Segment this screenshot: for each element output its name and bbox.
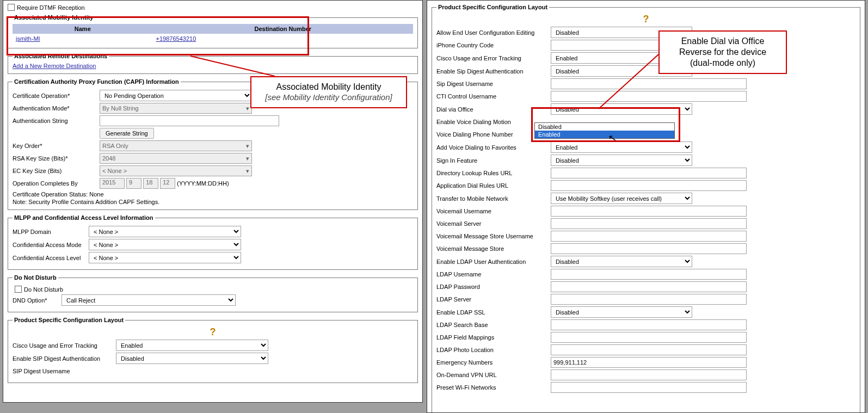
cti-user-label: CTI Control Username (436, 93, 551, 100)
vm-msgstore-input[interactable] (551, 243, 747, 254)
dial-office-select[interactable]: Disabled (551, 103, 692, 115)
emergency-input[interactable] (551, 357, 747, 368)
dnd-option-select[interactable]: Call Reject (61, 294, 236, 306)
ldap-ssl-label: Enable LDAP SSL (436, 309, 551, 316)
mobility-legend: Associated Mobility Identity (13, 14, 95, 21)
callout-dvo-l2: Reverse for the device (667, 47, 778, 58)
emergency-label: Emergency Numbers (436, 359, 551, 366)
config-row-emergency: Emergency Numbers (436, 357, 855, 368)
vm-msgstore-u-label: Voicemail Message Store Username (436, 233, 551, 239)
dial-via-office-dropdown-list[interactable]: Disabled Enabled (534, 122, 675, 139)
config-row-vm-user: Voicemail Username (436, 206, 855, 217)
app-dial-input[interactable] (551, 180, 747, 191)
mlpp-fieldset: MLPP and Confidential Access Level Infor… (8, 214, 418, 270)
dvo-option-disabled[interactable]: Disabled (535, 123, 674, 131)
dnd-chk-label: Do Not Disturb (24, 286, 63, 293)
enable-sip-label: Enable Sip Digest Authentication (436, 68, 551, 75)
cert-op-label: Certificate Operation (13, 93, 100, 99)
dnd-checkbox[interactable] (15, 286, 22, 293)
config-row-ldap-pass: LDAP Password (436, 281, 855, 292)
mobility-dest-link[interactable]: +19876543210 (156, 35, 196, 42)
mobility-col-name: Name (13, 24, 153, 34)
vpn-url-input[interactable] (551, 369, 747, 380)
cert-op-select[interactable]: No Pending Operation (100, 90, 252, 101)
vm-server-input[interactable] (551, 218, 747, 229)
pscl-right-legend: Product Specific Configuration Layout (436, 4, 549, 10)
usage-label: Cisco Usage and Error Tracking (13, 342, 116, 349)
key-order-label: Key Order (13, 143, 100, 149)
config-row-sip-user: Sip Digest Username (436, 78, 855, 89)
wifi-net-input[interactable] (551, 382, 747, 393)
mlpp-domain-select[interactable]: < None > (89, 226, 241, 237)
voice-num-label: Voice Dialing Phone Number (436, 131, 551, 138)
signin-select[interactable]: Disabled (551, 155, 692, 166)
add-remote-destination-link[interactable]: Add a New Remote Destination (13, 63, 96, 69)
pscl-left-legend: Product Specific Configuration Layout (13, 317, 125, 323)
conf-level-select[interactable]: < None > (89, 252, 241, 263)
conf-mode-select[interactable]: < None > (89, 239, 241, 250)
config-row-dial-office: Dial via OfficeDisabled (436, 103, 855, 115)
pscl-right-fieldset: Product Specific Configuration Layout ? … (432, 4, 860, 413)
ldap-auth-select[interactable]: Disabled (551, 256, 692, 267)
config-row-ldap-auth: Enable LDAP User AuthenticationDisabled (436, 256, 855, 267)
wifi-net-label: Preset Wi-Fi Networks (436, 384, 551, 391)
config-row-app-dial: Application Dial Rules URL (436, 180, 855, 191)
transfer-mob-label: Transfer to Mobile Network (436, 195, 551, 202)
ldap-field-input[interactable] (551, 332, 747, 343)
ec-key-value: < None > (102, 168, 127, 174)
sip-user-label: Sip Digest Username (436, 81, 551, 87)
require-dtmf-label: Require DTMF Reception (17, 4, 85, 11)
ldap-server-input[interactable] (551, 294, 747, 305)
callout-mobility-sub: [see Mobility Identity Configuration] (259, 93, 398, 103)
ldap-photo-label: LDAP Photo Location (436, 347, 551, 353)
ldap-server-label: LDAP Server (436, 296, 551, 303)
ldap-field-label: LDAP Field Mappings (436, 334, 551, 341)
config-row-signin: Sign In FeatureDisabled (436, 155, 855, 166)
mlpp-domain-label: MLPP Domain (13, 229, 89, 235)
transfer-mob-select[interactable]: Use Mobility Softkey (user receives call… (551, 193, 692, 204)
ldap-ssl-select[interactable]: Disabled (551, 306, 692, 318)
right-pane: Product Specific Configuration Layout ? … (427, 0, 865, 413)
cisco-usage-label: Cisco Usage and Error Tracking (436, 55, 551, 61)
chevron-down-icon: ▾ (246, 168, 249, 175)
vm-user-input[interactable] (551, 206, 747, 217)
generate-string-button[interactable]: Generate String (100, 128, 154, 139)
sipauth-select[interactable]: Disabled (116, 353, 268, 364)
mobility-col-dest: Destination Number (153, 24, 413, 34)
ldap-search-input[interactable] (551, 319, 747, 330)
help-icon[interactable]: ? (643, 14, 649, 25)
rsa-key-label: RSA Key Size (Bits) (13, 155, 100, 162)
sip-user-input[interactable] (551, 78, 747, 89)
mobility-name-link[interactable]: jsmith-MI (16, 35, 40, 42)
op-month: 9 (126, 178, 141, 189)
ldap-pass-label: LDAP Password (436, 283, 551, 290)
usage-select[interactable]: Enabled (116, 340, 268, 351)
associated-mobility-identity-fieldset: Associated Mobility Identity Name Destin… (8, 14, 418, 48)
ldap-photo-input[interactable] (551, 344, 747, 355)
iphone-cc-label: iPhone Country Code (436, 42, 551, 48)
dnd-fieldset: Do Not Disturb Do Not Disturb DND Option… (8, 274, 418, 312)
dir-lookup-input[interactable] (551, 168, 747, 178)
sipauth-label: Enable SIP Digest Authentication (13, 355, 116, 362)
dial-office-label: Dial via Office (436, 106, 551, 113)
voice-fav-select[interactable]: Enabled (551, 141, 692, 153)
dvo-option-enabled[interactable]: Enabled (535, 131, 674, 138)
chevron-down-icon: ▾ (246, 105, 249, 112)
vm-msgstore-u-input[interactable] (551, 231, 747, 242)
ldap-user-input[interactable] (551, 269, 747, 280)
conf-mode-label: Confidential Access Mode (13, 242, 89, 248)
callout-dvo-l1: Enable Dial via Office (667, 36, 778, 47)
config-row-ldap-photo: LDAP Photo Location (436, 344, 855, 355)
config-row-vm-server: Voicemail Server (436, 218, 855, 229)
config-row-vpn-url: On-Demand VPN URL (436, 369, 855, 380)
app-dial-label: Application Dial Rules URL (436, 182, 551, 189)
config-row-iphone-cc: iPhone Country Code (436, 40, 855, 51)
auth-string-input[interactable] (100, 115, 279, 126)
left-pane: Require DTMF Reception Associated Mobili… (3, 0, 423, 403)
require-dtmf-checkbox[interactable] (8, 4, 15, 11)
vm-msgstore-label: Voicemail Message Store (436, 245, 551, 252)
ldap-pass-input[interactable] (551, 281, 747, 292)
config-row-ldap-search: LDAP Search Base (436, 319, 855, 330)
cti-user-input[interactable] (551, 91, 747, 102)
help-icon[interactable]: ? (210, 326, 216, 338)
